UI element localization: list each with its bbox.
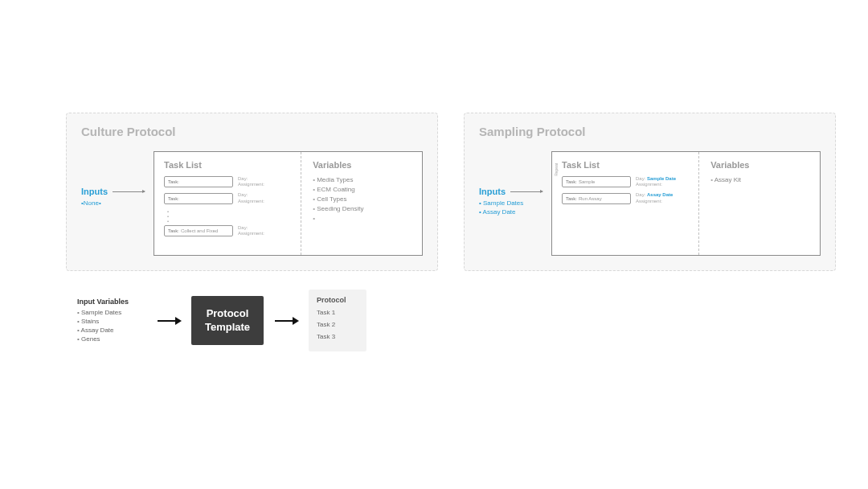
task-row: Task: Day: Assignment: [164, 192, 293, 203]
task-assign-label: Assignment: [238, 231, 264, 236]
variables-heading: Variables [710, 160, 812, 170]
variable-item: ECM Coating [313, 186, 414, 193]
arrow-right-icon [275, 320, 297, 322]
task-side: Day: Assignment: [238, 176, 264, 187]
culture-inputs-label: Inputs [81, 187, 108, 196]
task-assign-label: Assignment: [238, 199, 264, 204]
input-variable-item: Assay Date [77, 327, 146, 334]
vertical-ellipsis-icon: ••• [167, 209, 293, 224]
task-box: Task: Run Assay [562, 193, 631, 204]
task-box: Task: [164, 193, 233, 204]
task-assign-label: Assignment: [636, 182, 676, 187]
template-label-line1: Protocol [201, 307, 254, 320]
protocol-output-task: Task 3 [317, 333, 358, 340]
task-day-value: Sample Date [647, 176, 676, 181]
input-variable-item: Stains [77, 318, 146, 325]
sampling-inner-panel: Task List Repeat Task: Sample Day: Sampl… [551, 151, 821, 256]
task-side: Day: Sample Date Assignment: [636, 176, 676, 187]
input-variables-block: Input Variables Sample Dates Stains Assa… [77, 298, 146, 344]
protocol-template-flow: Input Variables Sample Dates Stains Assa… [77, 290, 366, 351]
task-label: Task: [168, 179, 179, 184]
input-item: Sample Dates [479, 199, 551, 207]
culture-tasklist: Task List Task: Day: Assignment: [154, 152, 301, 255]
task-name: Sample [579, 179, 595, 184]
culture-title: Culture Protocol [81, 125, 423, 138]
task-label: Task: [168, 196, 179, 201]
sampling-title: Sampling Protocol [479, 125, 821, 138]
variable-item: Assay Kit [710, 176, 812, 183]
culture-inputs-label-row: Inputs [81, 187, 154, 196]
task-row: Task: Run Assay Day: Assay Date Assignme… [562, 192, 690, 203]
input-variables-title: Input Variables [77, 298, 146, 306]
task-day-label: Day: [636, 176, 645, 181]
sampling-variables: Variables Assay Kit [699, 152, 820, 255]
sampling-inputs-col: Inputs Sample Dates Assay Date [479, 187, 551, 216]
task-side: Day: Assignment: [238, 225, 264, 236]
sampling-inputs-label-row: Inputs [479, 187, 551, 196]
culture-inputs-col: Inputs •None• [81, 187, 154, 207]
task-day-label: Day: [238, 192, 264, 198]
task-side: Day: Assignment: [238, 192, 264, 203]
task-label: Task: [566, 196, 577, 201]
culture-body: Inputs •None• Task List Task: Day: [81, 151, 423, 256]
culture-inner-panel: Task List Task: Day: Assignment: [154, 151, 423, 256]
task-box: Task: Sample [562, 176, 631, 187]
task-day-value: Assay Date [647, 192, 673, 197]
task-row: Task: Collect and Fixed Day: Assignment: [164, 225, 293, 236]
tasklist-heading: Task List [164, 160, 293, 170]
variable-item: Media Types [313, 176, 414, 183]
variable-item [313, 215, 414, 222]
variable-item: Seeding Density [313, 205, 414, 212]
protocol-template-box: Protocol Template [191, 296, 264, 345]
input-item: Assay Date [479, 208, 551, 216]
input-variable-item: Sample Dates [77, 309, 146, 316]
task-day-row: Day: Assay Date [636, 192, 673, 198]
task-day-row: Day: Sample Date [636, 176, 676, 182]
task-name: Collect and Fixed [181, 228, 218, 233]
culture-variables: Variables Media Types ECM Coating Cell T… [301, 152, 422, 255]
sampling-tasklist: Task List Repeat Task: Sample Day: Sampl… [552, 152, 699, 255]
variables-heading: Variables [313, 160, 414, 170]
arrow-right-icon [158, 320, 180, 322]
task-day-label: Day: [238, 176, 264, 182]
task-row: Repeat Task: Sample Day: Sample Date Ass… [562, 176, 690, 187]
repeat-note: Repeat [554, 163, 559, 176]
task-day-label: Day: [636, 192, 645, 197]
template-label-line2: Template [201, 321, 254, 334]
protocol-output-task: Task 1 [317, 309, 358, 316]
task-day-label: Day: [238, 225, 264, 231]
protocol-output-title: Protocol [317, 296, 358, 304]
task-box: Task: Collect and Fixed [164, 225, 233, 236]
culture-inputs-none: •None• [81, 199, 154, 207]
sampling-body: Inputs Sample Dates Assay Date Task List… [479, 151, 821, 256]
input-variable-item: Genes [77, 335, 146, 343]
task-assign-label: Assignment: [636, 199, 673, 204]
task-side: Day: Assay Date Assignment: [636, 192, 673, 203]
arrow-icon [113, 191, 145, 192]
task-name: Run Assay [579, 196, 602, 201]
sampling-protocol-card: Sampling Protocol Inputs Sample Dates As… [464, 113, 836, 271]
culture-protocol-card: Culture Protocol Inputs •None• Task List… [66, 113, 438, 271]
protocol-output-block: Protocol Task 1 Task 2 Task 3 [309, 290, 366, 351]
tasklist-heading: Task List [562, 160, 690, 170]
protocol-output-task: Task 2 [317, 321, 358, 328]
task-assign-label: Assignment: [238, 182, 264, 187]
variable-item: Cell Types [313, 195, 414, 203]
task-label: Task: [566, 179, 577, 184]
arrow-icon [510, 191, 542, 192]
task-label: Task: [168, 228, 179, 233]
task-row: Task: Day: Assignment: [164, 176, 293, 187]
task-box: Task: [164, 176, 233, 187]
sampling-inputs-label: Inputs [479, 187, 506, 196]
protocols-row: Culture Protocol Inputs •None• Task List… [66, 113, 836, 271]
